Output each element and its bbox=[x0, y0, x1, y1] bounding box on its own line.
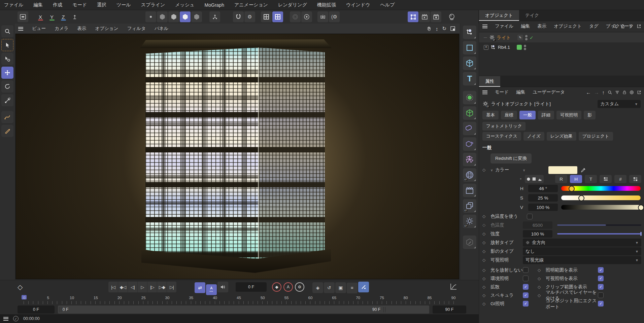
object-label[interactable]: ライト bbox=[497, 35, 511, 41]
attribute-tab[interactable]: コースティクス bbox=[482, 132, 521, 141]
attribute-tab[interactable]: 可視照明 bbox=[556, 111, 581, 119]
status-menu-icon[interactable] bbox=[3, 317, 8, 321]
fcurve-graph-icon[interactable] bbox=[450, 283, 457, 290]
value-slider[interactable] bbox=[561, 205, 641, 210]
home-icon[interactable] bbox=[620, 24, 625, 29]
viewport-menu-icon[interactable] bbox=[18, 27, 23, 31]
menubar-item[interactable]: アニメーション bbox=[234, 2, 268, 8]
menubar-item[interactable]: MoGraph bbox=[205, 2, 224, 8]
field-circle-icon[interactable] bbox=[463, 91, 476, 104]
magnet-snap-icon[interactable] bbox=[233, 11, 244, 22]
am-menu-item[interactable]: ユーザーデータ bbox=[533, 89, 565, 95]
menubar-item[interactable]: 機能拡張 bbox=[317, 2, 336, 8]
keyframe-diamond-icon[interactable] bbox=[538, 285, 546, 289]
modeling-tool-icon[interactable] bbox=[1, 125, 13, 137]
range-end-field[interactable]: 90 F bbox=[433, 306, 466, 314]
keyframe-diamond-icon[interactable] bbox=[482, 258, 490, 262]
record-keyframe-icon[interactable]: ◆ bbox=[272, 282, 281, 292]
point-mode-icon[interactable] bbox=[157, 11, 168, 22]
menubar-item[interactable]: ヘルプ bbox=[380, 2, 395, 8]
keyframe-diamond-icon[interactable] bbox=[482, 168, 490, 172]
symmetry-butterfly-icon[interactable] bbox=[317, 11, 328, 22]
menubar-item[interactable]: モード bbox=[72, 2, 87, 8]
rgb-mode-button[interactable]: R bbox=[555, 175, 567, 183]
menubar-item[interactable]: ウインドウ bbox=[346, 2, 370, 8]
checkbox[interactable] bbox=[523, 284, 529, 290]
spline-pen-tool-icon[interactable] bbox=[1, 111, 13, 123]
keyframe-diamond-icon[interactable]: ◇ bbox=[18, 283, 23, 291]
instance-cube-icon[interactable] bbox=[463, 137, 476, 151]
current-frame-field[interactable]: 0 F bbox=[236, 282, 267, 292]
render-view-region-icon[interactable] bbox=[408, 11, 418, 22]
vp-menu-item[interactable]: 表示 bbox=[77, 26, 87, 32]
intensity-field[interactable]: 100 % bbox=[523, 230, 552, 238]
om-menu-icon[interactable] bbox=[482, 25, 487, 28]
back-arrow-icon[interactable]: ← bbox=[586, 89, 591, 95]
orbit-rotate-icon[interactable]: ↻ bbox=[442, 26, 446, 32]
object-label[interactable]: Rb4.1 bbox=[498, 45, 510, 50]
scale-tool-icon[interactable] bbox=[1, 94, 13, 106]
render-active-view-icon[interactable] bbox=[419, 11, 430, 22]
play-button[interactable]: ▷ bbox=[138, 282, 147, 292]
om-menu-item[interactable]: 表示 bbox=[537, 23, 546, 29]
world-axis-icon[interactable] bbox=[69, 11, 80, 22]
value-knob[interactable] bbox=[638, 205, 644, 211]
filter-icon[interactable] bbox=[615, 90, 619, 95]
light-type-dropdown[interactable]: 全方向▼ bbox=[523, 239, 641, 247]
picker-shape-group[interactable] bbox=[525, 175, 544, 183]
checkbox[interactable] bbox=[598, 276, 604, 281]
temp-mode-button[interactable]: T bbox=[585, 175, 597, 183]
volume-cube-icon[interactable] bbox=[463, 106, 476, 120]
attribute-tab[interactable]: ノイズ bbox=[523, 132, 544, 141]
uv-mode-icon[interactable] bbox=[191, 11, 202, 22]
rotate-tool-icon[interactable] bbox=[1, 80, 13, 93]
menubar-item[interactable]: 選択 bbox=[97, 2, 106, 8]
vp-menu-item[interactable]: パネル bbox=[155, 26, 168, 32]
edit-toggle-icon[interactable]: ✎ bbox=[517, 35, 523, 40]
dolly-zoom-icon[interactable]: ↕ bbox=[436, 26, 438, 32]
grid-snap-lock-icon[interactable] bbox=[272, 11, 283, 22]
menubar-item[interactable]: 編集 bbox=[33, 2, 43, 8]
object-row-rb41[interactable]: + Rb4.1 bbox=[479, 42, 644, 52]
om-menu-item[interactable]: オブジェクト bbox=[554, 23, 582, 29]
am-tab-attributes[interactable]: 属性 bbox=[479, 76, 500, 87]
om-menu-item[interactable]: タグ bbox=[589, 23, 599, 29]
hue-slider[interactable] bbox=[561, 186, 641, 191]
keyframe-diamond-icon[interactable] bbox=[538, 293, 546, 298]
attribute-tab[interactable]: プロジェクト bbox=[579, 132, 613, 141]
visible-light-dropdown[interactable]: 可視光線▼ bbox=[523, 256, 641, 264]
keyframe-diamond-icon[interactable] bbox=[482, 293, 490, 298]
axis-z-button[interactable]: Z bbox=[58, 11, 69, 22]
symmetry-settings-icon[interactable]: (⚙ bbox=[329, 11, 340, 22]
om-menu-item[interactable]: ファイル bbox=[495, 23, 513, 29]
gear-circle-icon[interactable] bbox=[301, 11, 312, 22]
om-tab[interactable]: テイク bbox=[519, 10, 545, 21]
vp-menu-item[interactable]: オプション bbox=[95, 26, 118, 32]
use-color-temp-checkbox[interactable] bbox=[527, 214, 533, 219]
polygon-mode-icon[interactable] bbox=[180, 11, 191, 22]
preset-dropdown[interactable]: カスタム▼ bbox=[598, 100, 641, 108]
enabled-check-icon[interactable]: ✓ bbox=[530, 35, 534, 40]
next-key-button[interactable]: ▷◆ bbox=[157, 282, 167, 292]
interactive-render-icon[interactable] bbox=[446, 11, 457, 22]
object-row-light[interactable]: ─ ST ライト ✎ ✓ bbox=[479, 33, 644, 42]
goto-start-button[interactable]: |◁ bbox=[108, 282, 118, 292]
cube-primitive-icon[interactable] bbox=[463, 57, 476, 70]
workplane-icon[interactable] bbox=[18, 11, 28, 22]
saturation-slider[interactable] bbox=[561, 195, 641, 200]
checkbox[interactable] bbox=[598, 292, 604, 298]
lock-icon[interactable] bbox=[622, 90, 626, 95]
menubar-item[interactable]: スプライン bbox=[141, 2, 165, 8]
record-rotation-icon[interactable]: ↺ bbox=[324, 282, 335, 293]
keyframe-diamond-icon[interactable] bbox=[482, 276, 490, 281]
sound-icon[interactable] bbox=[217, 282, 228, 292]
record-layers-icon[interactable]: ≡ bbox=[347, 283, 358, 293]
prev-frame-button[interactable]: ◁| bbox=[128, 282, 138, 292]
convert-redshift-button[interactable]: Redshift に変換 bbox=[490, 153, 532, 164]
attribute-tab[interactable]: 一般 bbox=[519, 111, 536, 119]
tweak-tool-icon[interactable] bbox=[1, 53, 13, 65]
checkbox[interactable] bbox=[598, 284, 604, 290]
visibility-dots-icon[interactable] bbox=[524, 45, 526, 50]
keyframe-diamond-icon[interactable] bbox=[482, 231, 490, 236]
stage-clapper-icon[interactable] bbox=[463, 184, 476, 197]
